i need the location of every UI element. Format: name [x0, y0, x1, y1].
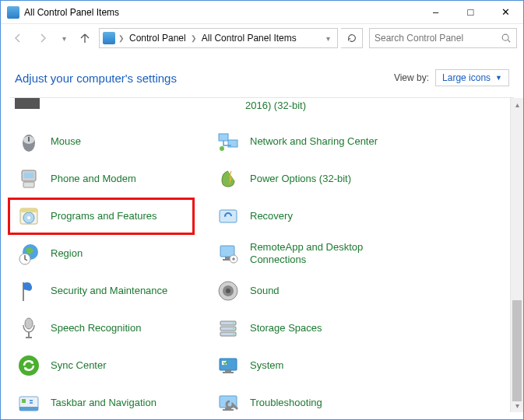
remote-icon [214, 240, 242, 268]
close-button[interactable]: ✕ [488, 1, 523, 24]
cp-item-label: Phone and Modem [51, 173, 136, 185]
breadcrumb-root[interactable]: Control Panel [128, 31, 188, 45]
svg-point-0 [502, 34, 508, 40]
page-title: Adjust your computer's settings [15, 72, 394, 85]
cp-item-label: Programs and Features [51, 210, 157, 222]
history-dropdown[interactable]: ▾ [57, 34, 71, 43]
cp-item-phone[interactable]: Phone and Modem [15, 160, 206, 198]
cp-item-mouse[interactable]: Mouse [15, 123, 206, 160]
address-bar[interactable]: ❯ Control Panel ❯ All Control Panel Item… [99, 28, 338, 48]
cp-item-network[interactable]: Network and Sharing Center [214, 123, 406, 160]
cp-item-sync[interactable]: Sync Center [15, 347, 206, 384]
network-icon [214, 128, 242, 156]
flag-icon [15, 277, 43, 305]
storage-icon [214, 314, 242, 342]
scrollbar[interactable]: ▴ ▾ [510, 98, 523, 412]
svg-rect-6 [23, 182, 34, 187]
sound-icon [214, 277, 242, 305]
chevron-right-icon: ❯ [189, 34, 199, 42]
viewby-select[interactable]: Large icons ▼ [435, 69, 509, 86]
region-icon [15, 240, 43, 268]
cp-item-taskbar[interactable]: Taskbar and Navigation [15, 384, 206, 412]
titlebar: All Control Panel Items – □ ✕ [1, 1, 523, 24]
cp-item-remote[interactable]: RemoteApp and Desktop Connections [214, 235, 406, 272]
svg-rect-38 [223, 372, 234, 373]
cp-item-label: RemoteApp and Desktop Connections [250, 241, 390, 265]
svg-point-28 [226, 289, 230, 293]
cp-item-region[interactable]: Region [15, 235, 206, 272]
svg-point-13 [25, 318, 33, 329]
viewby-area: View by: Large icons ▼ [394, 69, 509, 86]
maximize-button[interactable]: □ [453, 1, 488, 24]
cp-item-label: Mouse [51, 135, 81, 148]
search-icon [501, 33, 512, 44]
chevron-down-icon: ▼ [495, 74, 502, 82]
svg-rect-18 [219, 134, 228, 141]
cp-item-label: Troubleshooting [250, 397, 322, 409]
cp-item-recovery[interactable]: Recovery [214, 198, 406, 235]
cp-item-troubleshoot[interactable]: Troubleshooting [214, 384, 406, 412]
svg-point-33 [233, 328, 234, 330]
back-button[interactable] [7, 27, 29, 49]
svg-point-32 [233, 323, 234, 324]
system-icon [214, 352, 242, 380]
phone-icon [15, 165, 43, 193]
recovery-icon [214, 202, 242, 230]
power-icon [214, 165, 242, 193]
address-icon [103, 32, 115, 44]
scroll-up-button[interactable]: ▴ [511, 98, 523, 111]
partial-item-icon-left [15, 98, 40, 109]
taskbar-icon [15, 389, 43, 412]
cp-item-system[interactable]: System [214, 347, 406, 384]
cp-item-programs[interactable]: Programs and Features [8, 198, 195, 235]
cp-item-storage[interactable]: Storage Spaces [214, 310, 406, 347]
search-box[interactable] [369, 28, 517, 48]
cp-item-label: System [250, 359, 283, 372]
cp-item-mic[interactable]: Speech Recognition [15, 310, 206, 347]
cp-item-label: Security and Maintenance [51, 285, 167, 297]
forward-button[interactable] [32, 27, 54, 49]
breadcrumb-current[interactable]: All Control Panel Items [200, 31, 298, 45]
cp-item-label: Recovery [250, 210, 293, 222]
viewby-selected: Large icons [442, 72, 491, 83]
up-button[interactable] [74, 27, 96, 49]
svg-point-20 [220, 146, 224, 151]
troubleshoot-icon [214, 389, 242, 412]
partial-item-label[interactable]: 2016) (32-bit) [245, 100, 306, 111]
svg-point-14 [19, 355, 39, 376]
svg-rect-21 [220, 210, 237, 222]
chevron-right-icon: ❯ [117, 34, 126, 42]
address-dropdown[interactable]: ▾ [322, 34, 334, 43]
content-area: 2016) (32-bit) MousePhone and ModemProgr… [1, 98, 523, 412]
svg-point-34 [233, 334, 234, 335]
scroll-down-button[interactable]: ▾ [511, 399, 523, 412]
cp-item-label: Region [51, 247, 83, 260]
cp-item-label: Storage Spaces [250, 322, 322, 334]
svg-rect-10 [20, 208, 37, 212]
cp-item-sound[interactable]: Sound [214, 272, 406, 310]
cp-item-power[interactable]: Power Options (32-bit) [214, 160, 406, 198]
svg-rect-41 [223, 409, 234, 411]
scroll-thumb[interactable] [512, 300, 522, 401]
cp-item-label: Sync Center [51, 359, 107, 372]
cp-item-flag[interactable]: Security and Maintenance [15, 272, 206, 310]
navbar: ▾ ❯ Control Panel ❯ All Control Panel It… [1, 24, 523, 52]
page-header: Adjust your computer's settings View by:… [1, 52, 523, 97]
svg-rect-5 [24, 173, 33, 178]
minimize-button[interactable]: – [418, 1, 453, 24]
window-controls: – □ ✕ [418, 1, 523, 24]
refresh-button[interactable] [341, 28, 363, 48]
mic-icon [15, 314, 43, 342]
cp-item-label: Network and Sharing Center [250, 135, 378, 148]
control-panel-icon [7, 6, 19, 19]
window-title: All Control Panel Items [24, 7, 418, 18]
sync-icon [15, 352, 43, 380]
programs-icon [15, 202, 43, 230]
viewby-label: View by: [394, 72, 429, 83]
mouse-icon [15, 128, 43, 156]
cp-item-label: Sound [250, 285, 280, 297]
svg-rect-17 [22, 399, 26, 403]
search-input[interactable] [375, 33, 501, 44]
svg-rect-16 [19, 407, 38, 411]
cp-item-label: Speech Recognition [51, 322, 141, 334]
